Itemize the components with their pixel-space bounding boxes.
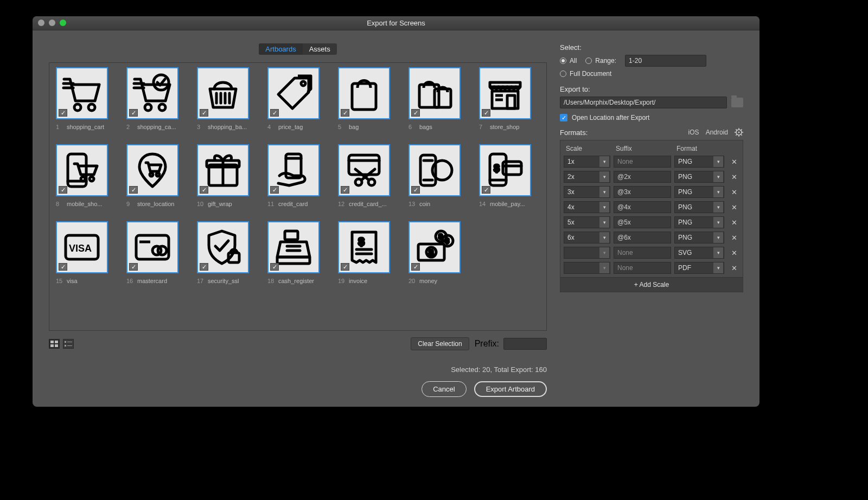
artboard-selected-checkbox[interactable] — [59, 263, 67, 271]
artboard-selected-checkbox[interactable] — [411, 109, 420, 117]
artboard-selected-checkbox[interactable] — [129, 263, 138, 271]
artboard-selected-checkbox[interactable] — [482, 109, 490, 117]
radio-full-document[interactable]: Full Document — [560, 70, 611, 78]
tab-artboards[interactable]: Artboards — [259, 43, 302, 55]
scale-dropdown[interactable]: 2x — [564, 171, 610, 183]
artboard-cell[interactable]: 16 mastercard — [126, 221, 187, 284]
artboard-thumbnail[interactable] — [338, 67, 390, 119]
artboard-cell[interactable]: 3 shopping_ba... — [197, 67, 258, 130]
choose-folder-button[interactable] — [731, 98, 743, 107]
artboard-cell[interactable]: 15 visa — [56, 221, 117, 284]
scale-dropdown[interactable]: 5x — [564, 216, 610, 228]
scale-dropdown[interactable] — [564, 247, 610, 259]
scale-dropdown[interactable]: 1x — [564, 156, 610, 168]
view-grid-button[interactable] — [49, 339, 60, 349]
format-dropdown[interactable]: PNG — [674, 186, 724, 198]
remove-format-button[interactable]: ✕ — [727, 188, 741, 196]
format-dropdown[interactable]: PNG — [674, 156, 724, 168]
artboard-thumbnail[interactable] — [338, 221, 390, 273]
artboard-thumbnail[interactable] — [479, 67, 531, 119]
artboard-selected-checkbox[interactable] — [341, 109, 349, 117]
remove-format-button[interactable]: ✕ — [727, 173, 741, 181]
artboard-thumbnail[interactable] — [267, 144, 320, 196]
artboard-selected-checkbox[interactable] — [341, 263, 349, 271]
suffix-input[interactable]: None — [614, 156, 671, 168]
artboard-cell[interactable]: 17 security_ssl — [197, 221, 258, 284]
radio-all[interactable]: All — [560, 57, 577, 65]
artboard-thumbnail[interactable] — [126, 221, 178, 273]
format-dropdown[interactable]: PDF — [674, 262, 724, 274]
suffix-input[interactable]: @2x — [614, 171, 671, 183]
window-close-button[interactable] — [38, 20, 44, 26]
scale-dropdown[interactable]: 4x — [564, 201, 610, 213]
scale-dropdown[interactable] — [564, 262, 610, 274]
artboard-cell[interactable]: 6 bags — [409, 67, 469, 130]
preset-ios-link[interactable]: iOS — [688, 129, 699, 136]
suffix-input[interactable]: @5x — [614, 216, 671, 228]
remove-format-button[interactable]: ✕ — [727, 203, 741, 211]
artboard-selected-checkbox[interactable] — [411, 263, 420, 271]
format-dropdown[interactable]: PNG — [674, 232, 724, 243]
artboard-thumbnail[interactable] — [56, 221, 108, 273]
artboard-cell[interactable]: 1 shopping_cart — [56, 67, 117, 130]
artboard-cell[interactable]: 7 store_shop — [479, 67, 540, 130]
artboard-cell[interactable]: 8 mobile_sho... — [56, 144, 117, 207]
artboard-cell[interactable]: 9 store_location — [126, 144, 187, 207]
remove-format-button[interactable]: ✕ — [727, 158, 741, 166]
artboard-thumbnail[interactable] — [409, 67, 461, 119]
artboard-cell[interactable]: 19 invoice — [338, 221, 399, 284]
remove-format-button[interactable]: ✕ — [727, 219, 741, 227]
export-path-input[interactable] — [560, 97, 727, 108]
artboard-cell[interactable]: 20 money — [409, 221, 469, 284]
cancel-button[interactable]: Cancel — [422, 381, 466, 397]
artboard-cell[interactable]: 5 bag — [338, 67, 399, 130]
artboard-selected-checkbox[interactable] — [200, 109, 208, 117]
view-list-button[interactable] — [63, 339, 74, 349]
suffix-input[interactable]: @4x — [614, 201, 671, 213]
prefix-input[interactable] — [503, 338, 547, 350]
scale-dropdown[interactable]: 6x — [564, 232, 610, 243]
artboard-selected-checkbox[interactable] — [482, 186, 490, 194]
suffix-input[interactable]: None — [614, 247, 671, 259]
artboard-selected-checkbox[interactable] — [341, 186, 349, 194]
artboard-thumbnail[interactable] — [126, 67, 178, 119]
add-scale-button[interactable]: + Add Scale — [560, 277, 743, 292]
artboard-cell[interactable]: 18 cash_register — [267, 221, 328, 284]
artboard-selected-checkbox[interactable] — [59, 186, 67, 194]
suffix-input[interactable]: @3x — [614, 186, 671, 198]
artboard-selected-checkbox[interactable] — [129, 186, 138, 194]
artboard-thumbnail[interactable] — [409, 221, 461, 273]
format-dropdown[interactable]: PNG — [674, 216, 724, 228]
artboard-cell[interactable]: 2 shopping_ca... — [126, 67, 187, 130]
format-dropdown[interactable]: SVG — [674, 247, 724, 259]
export-artboard-button[interactable]: Export Artboard — [474, 381, 547, 397]
artboard-cell[interactable]: 12 credit_card_... — [338, 144, 399, 207]
clear-selection-button[interactable]: Clear Selection — [411, 337, 469, 350]
radio-range[interactable]: Range: — [585, 57, 616, 65]
artboard-thumbnail[interactable] — [56, 67, 108, 119]
artboard-thumbnail[interactable] — [267, 221, 320, 273]
artboard-thumbnail[interactable] — [338, 144, 390, 196]
artboard-cell[interactable]: 14 mobile_pay... — [479, 144, 540, 207]
artboard-selected-checkbox[interactable] — [270, 109, 279, 117]
suffix-input[interactable]: None — [614, 262, 671, 274]
remove-format-button[interactable]: ✕ — [727, 264, 741, 272]
artboard-thumbnail[interactable] — [479, 144, 531, 196]
suffix-input[interactable]: @6x — [614, 232, 671, 243]
artboard-cell[interactable]: 10 gift_wrap — [197, 144, 258, 207]
artboard-selected-checkbox[interactable] — [270, 263, 279, 271]
artboard-thumbnail[interactable] — [197, 67, 249, 119]
window-zoom-button[interactable] — [60, 20, 66, 26]
range-input[interactable] — [625, 55, 706, 67]
open-location-checkbox[interactable]: ✓ — [560, 114, 567, 121]
scale-dropdown[interactable]: 3x — [564, 186, 610, 198]
artboard-selected-checkbox[interactable] — [270, 186, 279, 194]
artboard-selected-checkbox[interactable] — [129, 109, 138, 117]
artboard-selected-checkbox[interactable] — [59, 109, 67, 117]
artboard-thumbnail[interactable] — [267, 67, 320, 119]
artboard-thumbnail[interactable] — [409, 144, 461, 196]
artboard-selected-checkbox[interactable] — [200, 263, 208, 271]
preset-android-link[interactable]: Android — [706, 129, 728, 136]
format-dropdown[interactable]: PNG — [674, 201, 724, 213]
artboard-thumbnail[interactable] — [197, 144, 249, 196]
